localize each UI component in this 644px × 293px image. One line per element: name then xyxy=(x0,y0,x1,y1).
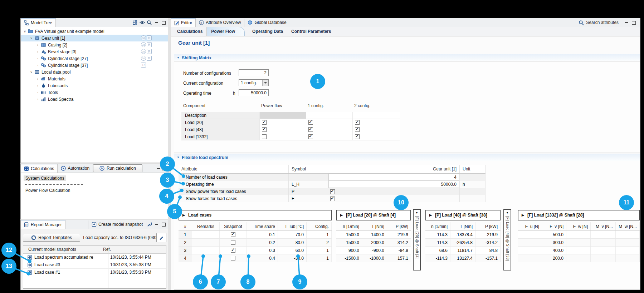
report-badge-icon[interactable]: R xyxy=(147,35,152,40)
report-badge-icon[interactable]: R xyxy=(147,49,152,54)
attribute-row[interactable]: Operating timeL_H50000.0h xyxy=(179,181,486,188)
collapsed-force-table-load-48[interactable]: ▼[F] Load [48] @ Shaft [38] xyxy=(503,209,511,270)
checkbox[interactable] xyxy=(355,127,360,132)
load-cases-bar[interactable]: ▶Load cases xyxy=(179,210,332,220)
value-field[interactable]: 4 xyxy=(328,174,459,181)
table-row[interactable]: 114.3-18378.4-219.9 xyxy=(425,231,501,239)
table-row[interactable]: 10.170.01 xyxy=(179,231,332,239)
table-row[interactable]: 114.3-26254.8-314.2 xyxy=(425,239,501,247)
chevron-collapsed-icon[interactable]: › xyxy=(36,77,40,81)
maximize-icon[interactable] xyxy=(161,222,166,227)
calculation-item[interactable]: Power Flow Calculation xyxy=(24,188,83,193)
chevron-collapsed-icon[interactable]: › xyxy=(36,91,40,94)
checkbox[interactable] xyxy=(262,120,267,125)
load-1332-force-bar[interactable]: ▶[F] Load [1332] @ Shaft [28] xyxy=(518,210,640,220)
search-attributes-field[interactable]: Search attributes xyxy=(579,20,619,25)
chevron-expanded-icon[interactable]: ∨ xyxy=(29,70,33,74)
table-row[interactable]: 40.4-30.01 xyxy=(179,254,332,262)
table-row[interactable]: Description xyxy=(181,112,400,119)
chevron-down-icon[interactable] xyxy=(262,80,268,86)
table-row[interactable]: 300.0 xyxy=(518,239,640,247)
tree-item[interactable]: ›Casing [2]3dR xyxy=(21,41,168,48)
tab-attribute-overview[interactable]: a Attribute Overview xyxy=(196,19,244,27)
edit-template-button[interactable] xyxy=(156,233,166,242)
subtab-calculations[interactable]: Calculations xyxy=(173,27,207,36)
maximize-icon[interactable] xyxy=(161,20,166,25)
wrench-icon[interactable] xyxy=(146,222,152,227)
collapsed-force-table-load-20[interactable]: ▼[F] Load [20] @ Shaft [4] xyxy=(413,209,421,270)
model-tree-tab[interactable]: Model Tree xyxy=(21,18,56,27)
checkbox[interactable] xyxy=(308,134,313,139)
number-of-configurations-input[interactable]: 2 xyxy=(239,69,269,76)
run-calculation-button[interactable]: Run calculation xyxy=(93,164,142,172)
chevron-collapsed-icon[interactable]: › xyxy=(36,50,40,54)
report-badge-icon[interactable]: R xyxy=(147,56,152,61)
table-row[interactable]: 400.0 xyxy=(518,247,640,254)
tree-item[interactable]: ›Cylindrical stage [37]R xyxy=(21,62,168,69)
table-row[interactable]: 30.360.01 xyxy=(179,247,332,254)
table-row[interactable]: Load [20] xyxy=(181,119,400,126)
table-row[interactable]: -1500.0-1000.0157.1 xyxy=(336,254,411,262)
tree-item[interactable]: ∨Gear unit [1]3dR xyxy=(21,35,168,41)
load-20-power-bar[interactable]: ▶[P] Load [20] @ Shaft [4] xyxy=(336,210,411,220)
table-row[interactable]: 200.0 xyxy=(518,254,640,262)
table-row[interactable]: 500.0 xyxy=(518,231,640,239)
checkbox[interactable] xyxy=(262,134,267,139)
calculation-item[interactable]: System Calculations xyxy=(24,175,66,181)
tree-item[interactable]: ›Bevel stage [3]3dR xyxy=(21,48,168,55)
minimize-icon[interactable] xyxy=(153,20,159,25)
operating-time-input[interactable]: 50000.0 xyxy=(239,89,269,96)
checkbox[interactable] xyxy=(231,232,235,237)
attribute-row[interactable]: Number of load cases4 xyxy=(179,174,486,181)
tab-editor[interactable]: Editor xyxy=(171,18,196,27)
checkbox[interactable] xyxy=(231,248,235,253)
table-row[interactable]: 1500.02000.0314.2 xyxy=(336,239,411,247)
subtab-power-flow[interactable]: Power Flow xyxy=(207,27,245,36)
table-row[interactable]: 20.280.02 xyxy=(179,239,332,247)
minimize-icon[interactable] xyxy=(624,20,629,25)
tab-calculations[interactable]: Calculations xyxy=(21,164,58,173)
view-3d-icon[interactable]: 3d xyxy=(141,42,146,47)
report-badge-icon[interactable]: R xyxy=(147,42,152,47)
table-row[interactable]: -114.313127.4-157.1 xyxy=(425,254,501,262)
tree-item[interactable]: ›Tools xyxy=(21,89,168,96)
current-configuration-select[interactable]: 1 config. xyxy=(239,79,269,86)
tab-global-database[interactable]: Global Database xyxy=(244,19,290,27)
tree-layout-icon[interactable] xyxy=(132,20,138,25)
minimize-icon[interactable] xyxy=(153,222,159,227)
tree-item[interactable]: ∨Local data pool xyxy=(21,69,168,75)
create-model-snapshot-button[interactable]: Create model snapshot xyxy=(88,220,146,229)
checkbox[interactable] xyxy=(231,240,235,245)
checkbox[interactable] xyxy=(355,134,360,139)
load-48-power-bar[interactable]: ▶[P] Load [48] @ Shaft [38] xyxy=(425,210,501,220)
report-badge-icon[interactable]: R xyxy=(141,63,146,68)
table-row[interactable]: Load [1332] xyxy=(181,133,400,140)
checkbox[interactable] xyxy=(355,120,360,125)
tab-automation[interactable]: Automation xyxy=(58,164,93,173)
checkbox[interactable] xyxy=(231,256,235,260)
chevron-collapsed-icon[interactable]: › xyxy=(36,43,40,47)
checkbox[interactable] xyxy=(330,189,335,194)
view-3d-icon[interactable]: 3d xyxy=(141,35,146,40)
checkbox[interactable] xyxy=(308,120,313,125)
tree-item[interactable]: ›Load Spectra xyxy=(21,96,168,103)
checkbox[interactable] xyxy=(308,127,313,132)
view-3d-icon[interactable]: 3d xyxy=(141,56,146,61)
value-field[interactable]: 50000.0 xyxy=(328,181,459,188)
snapshot-row[interactable]: Load case #310/31/23, 3:55:38 PM xyxy=(23,261,166,269)
view-3d-icon[interactable]: 3d xyxy=(141,49,146,54)
chevron-collapsed-icon[interactable]: › xyxy=(36,64,40,67)
table-row[interactable]: 900.0-900.0-84.8 xyxy=(336,247,411,254)
tree-item[interactable]: ›Lubricants xyxy=(21,82,168,89)
checkbox[interactable] xyxy=(330,197,335,201)
table-row[interactable]: Load [48] xyxy=(181,126,400,133)
eye-icon[interactable] xyxy=(139,20,145,25)
tree-item[interactable]: ›Cylindrical stage [27]3dR xyxy=(21,55,168,62)
checkbox[interactable] xyxy=(262,127,267,132)
table-row[interactable]: 1500.01400.0219.9 xyxy=(336,231,411,239)
maximize-icon[interactable] xyxy=(631,20,636,25)
tree-item[interactable]: ∨FVA Virtual gear unit example model xyxy=(21,28,168,35)
chevron-expanded-icon[interactable]: ∨ xyxy=(29,36,33,40)
chevron-expanded-icon[interactable]: ∨ xyxy=(23,30,27,33)
chevron-collapsed-icon[interactable]: › xyxy=(36,57,40,60)
